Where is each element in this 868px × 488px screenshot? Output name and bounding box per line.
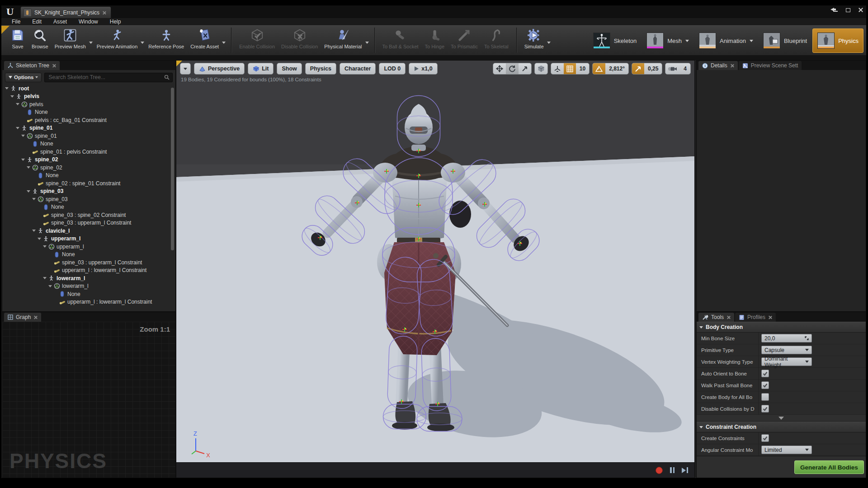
tree-row-constraint[interactable]: upperarm_l : lowerarm_l Constraint: [2, 298, 175, 306]
viewport-character-button[interactable]: Character: [340, 63, 376, 75]
toolbar-physical-material-button[interactable]: Physical Material: [321, 27, 365, 50]
graph-canvas[interactable]: Zoom 1:1 PHYSICS: [2, 322, 175, 478]
tree-row-bone[interactable]: spine_01: [2, 124, 175, 132]
tree-row-constraint[interactable]: spine_03 : upperarm_l Constraint: [2, 258, 175, 267]
chevron-down-icon[interactable]: [365, 42, 369, 44]
spinbox-min-bone-size[interactable]: 20,0: [761, 334, 812, 343]
rotate-tool-button[interactable]: [506, 63, 519, 74]
tab-close-icon[interactable]: [726, 315, 731, 319]
asset-document-tab[interactable]: SK_Knight_Errant_Physics: [20, 6, 111, 19]
tree-row-constraint[interactable]: pelvis : cc_Bag_01 Constraint: [2, 116, 175, 124]
rotation-snap-value[interactable]: 2,812°: [605, 63, 628, 74]
tree-row-body[interactable]: spine_02: [2, 164, 175, 172]
tree-row-bone[interactable]: pelvis: [2, 93, 175, 101]
chevron-down-icon[interactable]: [222, 42, 226, 44]
tree-row-shape[interactable]: None: [2, 108, 175, 117]
menu-window[interactable]: Window: [73, 18, 104, 25]
menu-file[interactable]: File: [6, 18, 26, 25]
viewport-lit-button[interactable]: Lit: [248, 63, 274, 75]
tab-details[interactable]: iDetails: [698, 61, 738, 70]
toolbar-browse-button[interactable]: Browse: [28, 27, 52, 50]
toolbar-preview-animation-button[interactable]: Preview Animation: [94, 27, 141, 50]
mode-physics-button[interactable]: Physics: [812, 28, 863, 53]
drag-resize-icon[interactable]: [805, 336, 809, 340]
tree-row-shape[interactable]: None: [2, 172, 175, 180]
chevron-down-icon[interactable]: [685, 40, 689, 42]
menu-asset[interactable]: Asset: [47, 18, 73, 25]
viewport-x1-0-button[interactable]: x1,0: [409, 63, 437, 75]
tree-row-constraint[interactable]: spine_03 : upperarm_l Constraint: [2, 219, 175, 227]
tree-row-shape[interactable]: None: [2, 203, 175, 211]
expand-arrow-icon[interactable]: [32, 230, 36, 232]
coordinate-system-button[interactable]: [535, 63, 547, 74]
tree-row-body[interactable]: spine_03: [2, 195, 175, 203]
dropdown-vertex-weighting-type[interactable]: Dominant Weight: [761, 357, 812, 366]
tree-row-shape[interactable]: None: [2, 140, 175, 148]
expand-arrow-icon[interactable]: [43, 277, 47, 279]
tab-preview-scene-sett[interactable]: Preview Scene Sett: [739, 61, 802, 70]
rotation-snap-toggle[interactable]: [593, 63, 605, 74]
record-button[interactable]: [656, 467, 663, 474]
scale-snap-toggle[interactable]: [632, 63, 644, 74]
tab-close-icon[interactable]: [102, 11, 106, 15]
expand-arrow-icon[interactable]: [32, 198, 36, 200]
viewport-physics-button[interactable]: Physics: [305, 63, 336, 75]
expand-arrow-icon[interactable]: [10, 95, 14, 98]
chevron-down-icon[interactable]: [750, 40, 753, 42]
tab-graph[interactable]: Graph: [4, 313, 41, 322]
tab-profiles[interactable]: Profiles: [735, 313, 776, 322]
checkbox-create-constraints[interactable]: [761, 434, 769, 442]
expand-arrow-icon[interactable]: [43, 245, 47, 248]
expand-arrow-icon[interactable]: [27, 190, 30, 192]
tree-row-constraint[interactable]: spine_03 : spine_02 Constraint: [2, 211, 175, 219]
dropdown-angular-constraint-mo[interactable]: Limited: [761, 446, 812, 454]
tree-row-bone[interactable]: root: [2, 84, 175, 93]
grid-snap-toggle[interactable]: [564, 63, 576, 74]
tree-row-constraint[interactable]: spine_01 : pelvis Constraint: [2, 148, 175, 156]
expand-arrow-icon[interactable]: [27, 166, 30, 169]
tab-skeleton-tree[interactable]: Skeleton Tree: [4, 61, 60, 70]
checkbox-create-body-for-all-bo[interactable]: [761, 393, 769, 401]
section-expander[interactable]: [697, 415, 866, 422]
tab-close-icon[interactable]: [730, 64, 734, 68]
checkbox-disable-collisions-by-d[interactable]: [761, 405, 769, 413]
expand-arrow-icon[interactable]: [5, 87, 9, 89]
tree-row-shape[interactable]: None: [2, 290, 175, 298]
camera-speed-icon[interactable]: [665, 63, 680, 74]
mode-skeleton-button[interactable]: Skeleton: [589, 29, 642, 52]
toolbar-save-button[interactable]: Save: [7, 27, 28, 50]
checkbox-auto-orient-to-bone[interactable]: [761, 370, 769, 377]
checkbox-walk-past-small-bone[interactable]: [761, 381, 769, 389]
grid-snap-value[interactable]: 10: [576, 63, 589, 74]
viewport-lod-0-button[interactable]: LOD 0: [379, 63, 406, 75]
tree-row-bone[interactable]: clavicle_l: [2, 227, 175, 235]
toolbar-reference-pose-button[interactable]: Reference Pose: [145, 27, 187, 50]
tree-row-bone[interactable]: spine_02: [2, 156, 175, 164]
viewport-scene[interactable]: Z X: [176, 61, 694, 462]
expand-arrow-icon[interactable]: [16, 127, 19, 129]
tree-row-constraint[interactable]: spine_02 : spine_01 Constraint: [2, 179, 175, 188]
chevron-down-icon[interactable]: [547, 42, 551, 44]
menu-edit[interactable]: Edit: [26, 18, 47, 25]
tab-close-icon[interactable]: [52, 64, 56, 68]
viewport-options-button[interactable]: [180, 63, 191, 75]
tree-row-constraint[interactable]: upperarm_l : lowerarm_l Constraint: [2, 267, 175, 275]
mode-mesh-button[interactable]: Mesh: [642, 29, 693, 52]
expand-arrow-icon[interactable]: [21, 135, 25, 137]
tree-row-body[interactable]: spine_01: [2, 132, 175, 140]
tab-tools[interactable]: Tools: [698, 313, 734, 322]
expand-arrow-icon[interactable]: [16, 103, 19, 105]
toolbar-simulate-button[interactable]: Simulate: [521, 27, 547, 50]
tree-scrollbar[interactable]: [171, 88, 174, 250]
mode-blueprint-button[interactable]: Blueprint: [759, 29, 811, 52]
search-input[interactable]: [47, 74, 161, 81]
tab-close-icon[interactable]: [33, 315, 38, 319]
move-tool-button[interactable]: [493, 63, 506, 74]
pause-button[interactable]: [670, 467, 675, 473]
mode-animation-button[interactable]: Animation: [694, 29, 758, 52]
tree-row-shape[interactable]: None: [2, 251, 175, 259]
tree-row-body[interactable]: lowerarm_l: [2, 282, 175, 291]
tab-close-icon[interactable]: [768, 315, 772, 319]
expand-arrow-icon[interactable]: [38, 238, 41, 240]
tree-row-bone[interactable]: spine_03: [2, 188, 175, 196]
